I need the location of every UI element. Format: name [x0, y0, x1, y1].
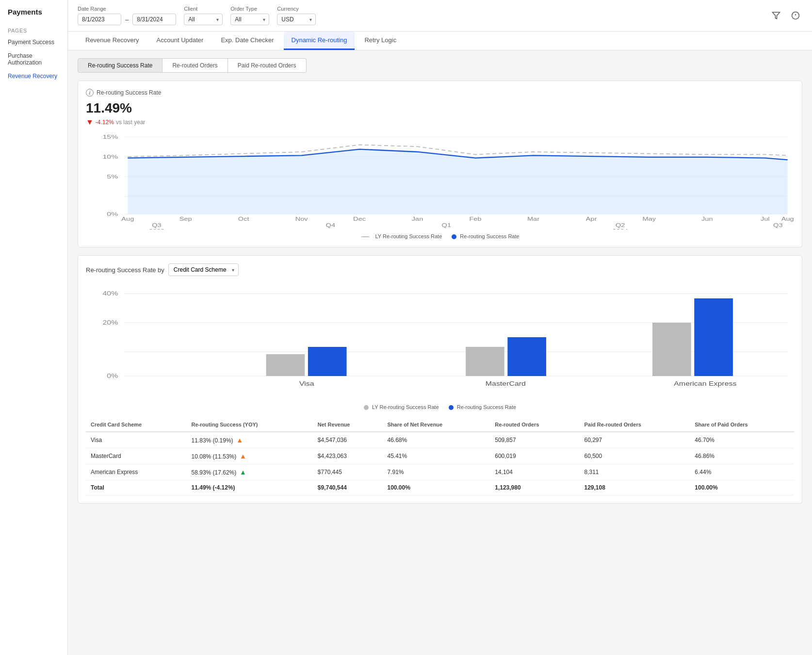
- tab-revenue-recovery[interactable]: Revenue Recovery: [78, 32, 147, 50]
- tab-exp-date-checker[interactable]: Exp. Date Checker: [213, 32, 281, 50]
- svg-text:May: May: [643, 216, 656, 222]
- info-icon-button[interactable]: [789, 9, 802, 22]
- bar-legend-ly-dot: [364, 405, 369, 410]
- tab-retry-logic[interactable]: Retry Logic: [357, 32, 404, 50]
- tab-account-updater[interactable]: Account Updater: [149, 32, 211, 50]
- table-row-mastercard: MasterCard 10.08% (11.53%) ▲ $4,423,063 …: [86, 448, 794, 464]
- th-scheme: Credit Card Scheme: [86, 418, 187, 432]
- change-value: -4.12%: [96, 119, 114, 126]
- order-type-select[interactable]: All: [230, 14, 269, 25]
- table-header-row: Credit Card Scheme Re-routing Success (Y…: [86, 418, 794, 432]
- legend-ly-line: [360, 236, 370, 237]
- td-mc-net-revenue: $4,423,063: [313, 448, 383, 464]
- svg-text:Oct: Oct: [238, 216, 249, 222]
- metric-value: 11.49%: [86, 100, 794, 116]
- currency-filter: Currency USD: [277, 6, 316, 25]
- svg-text:Aug: Aug: [781, 216, 794, 222]
- td-mc-share-paid: 46.86%: [690, 448, 794, 464]
- bar-group-by-dropdown[interactable]: Credit Card Scheme: [168, 263, 239, 276]
- sub-tab-rerouting-success-rate[interactable]: Re-routing Success Rate: [78, 58, 162, 73]
- th-net-revenue: Net Revenue: [313, 418, 383, 432]
- svg-marker-13: [128, 149, 787, 214]
- td-visa-share-paid: 46.70%: [690, 432, 794, 448]
- th-rerouted-orders: Re-routed Orders: [490, 418, 579, 432]
- th-share-paid: Share of Paid Orders: [690, 418, 794, 432]
- line-chart-area: 15% 10% 5% 0% Aug Sep Oct Nov Dec: [86, 132, 794, 229]
- line-chart-svg: 15% 10% 5% 0% Aug Sep Oct Nov Dec: [86, 132, 794, 229]
- filter-icons: [769, 9, 802, 22]
- svg-text:Q4: Q4: [326, 223, 336, 229]
- table-row-amex: American Express 58.93% (17.62%) ▲ $770,…: [86, 464, 794, 480]
- svg-text:Jun: Jun: [701, 216, 713, 222]
- sub-tab-rerouted-orders[interactable]: Re-routed Orders: [162, 58, 227, 73]
- bar-chart-svg: 40% 20% 0% Visa MasterCard American Expr…: [86, 284, 794, 400]
- bar-header: Re-routing Success Rate by Credit Card S…: [86, 263, 794, 276]
- svg-text:20%: 20%: [102, 319, 118, 326]
- svg-text:2024: 2024: [612, 229, 628, 229]
- order-type-filter: Order Type All: [230, 6, 269, 25]
- td-amex-success: 58.93% (17.62%) ▲: [187, 464, 313, 480]
- svg-text:Dec: Dec: [353, 216, 366, 222]
- td-visa-scheme: Visa: [86, 432, 187, 448]
- currency-select-wrapper: USD: [277, 14, 316, 25]
- svg-text:Apr: Apr: [586, 216, 597, 222]
- svg-text:Jan: Jan: [412, 216, 423, 222]
- svg-text:5%: 5%: [107, 174, 118, 180]
- bar-section-title: Re-routing Success Rate by: [86, 266, 164, 274]
- td-mc-rerouted-orders: 600,019: [490, 448, 579, 464]
- bar-chart-legend: LY Re-routing Success Rate Re-routing Su…: [86, 404, 794, 410]
- sidebar-section-label: Pages: [0, 24, 67, 35]
- sub-tab-paid-rerouted-orders[interactable]: Paid Re-routed Orders: [228, 58, 307, 73]
- order-type-select-wrapper: All: [230, 14, 269, 25]
- svg-marker-0: [773, 12, 780, 19]
- client-select[interactable]: All: [184, 14, 223, 25]
- date-range-row: –: [78, 14, 176, 25]
- svg-text:Q1: Q1: [442, 223, 452, 229]
- td-visa-share-net: 46.68%: [383, 432, 490, 448]
- table-row-total: Total 11.49% (-4.12%) $9,740,544 100.00%…: [86, 480, 794, 495]
- td-visa-rerouted-orders: 509,857: [490, 432, 579, 448]
- th-success-yoy: Re-routing Success (YOY): [187, 418, 313, 432]
- metric-title-row: i Re-routing Success Rate: [86, 89, 794, 97]
- td-visa-success: 11.83% (0.19%) ▲: [187, 432, 313, 448]
- td-total-success: 11.49% (-4.12%): [187, 480, 313, 495]
- legend-current-dot: [452, 234, 456, 239]
- td-mc-paid-rerouted: 60,500: [579, 448, 690, 464]
- svg-text:2023: 2023: [149, 229, 165, 229]
- line-chart-legend: LY Re-routing Success Rate Re-routing Su…: [86, 233, 794, 239]
- client-filter: Client All: [184, 6, 223, 25]
- td-amex-scheme: American Express: [86, 464, 187, 480]
- svg-text:American Express: American Express: [674, 380, 736, 387]
- date-end-input[interactable]: [132, 14, 176, 25]
- svg-text:Sep: Sep: [179, 216, 192, 222]
- td-total-rerouted-orders: 1,123,980: [490, 480, 579, 495]
- change-label: vs last year: [116, 119, 146, 126]
- order-type-label: Order Type: [230, 6, 269, 12]
- mc-arrow-icon: ▲: [240, 452, 246, 460]
- td-amex-net-revenue: $770,445: [313, 464, 383, 480]
- filter-icon-button[interactable]: [769, 9, 783, 22]
- td-total-share-net: 100.00%: [383, 480, 490, 495]
- date-start-input[interactable]: [78, 14, 121, 25]
- currency-select[interactable]: USD: [277, 14, 316, 25]
- sidebar-item-payment-success[interactable]: Payment Success: [0, 35, 67, 49]
- td-total-paid-rerouted: 129,108: [579, 480, 690, 495]
- td-visa-paid-rerouted: 60,297: [579, 432, 690, 448]
- svg-text:MasterCard: MasterCard: [486, 380, 526, 387]
- td-amex-rerouted-orders: 14,104: [490, 464, 579, 480]
- svg-text:Q3: Q3: [152, 223, 162, 229]
- td-amex-share-paid: 6.44%: [690, 464, 794, 480]
- sidebar-item-revenue-recovery[interactable]: Revenue Recovery: [0, 69, 67, 83]
- svg-text:0%: 0%: [107, 373, 118, 379]
- tab-dynamic-rerouting[interactable]: Dynamic Re-routing: [284, 32, 355, 50]
- sidebar-item-purchase-authorization[interactable]: Purchase Authorization: [0, 49, 67, 69]
- svg-text:Mar: Mar: [527, 216, 539, 222]
- td-total-scheme: Total: [86, 480, 187, 495]
- svg-text:Visa: Visa: [299, 380, 314, 387]
- svg-text:Aug: Aug: [121, 216, 134, 222]
- bar-legend-ly: LY Re-routing Success Rate: [364, 404, 439, 410]
- sub-tabs: Re-routing Success Rate Re-routed Orders…: [78, 58, 802, 73]
- main-tabs: Revenue Recovery Account Updater Exp. Da…: [68, 32, 812, 50]
- td-visa-net-revenue: $4,547,036: [313, 432, 383, 448]
- main-content: Date Range – Client All Order Type All: [68, 0, 812, 655]
